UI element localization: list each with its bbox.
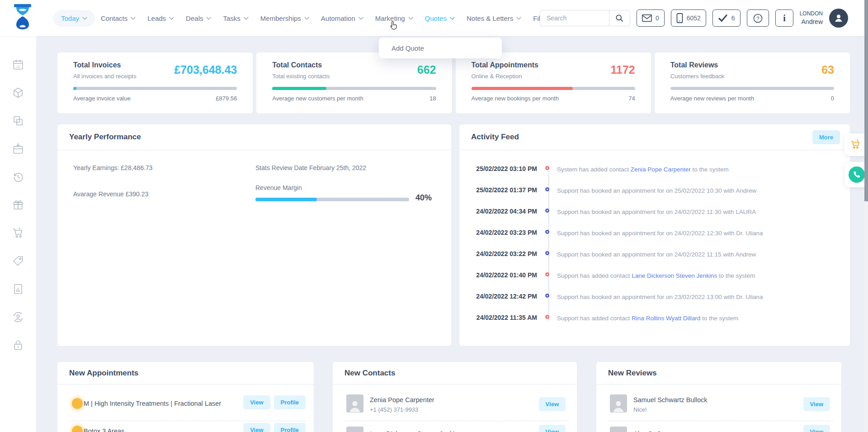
divider — [609, 421, 833, 421]
view-button[interactable]: View — [539, 397, 566, 411]
activity-text: Support has added contact Rina Rollins W… — [557, 315, 843, 322]
activity-timeline: 25/02/2022 03:10 PM System has added con… — [459, 164, 850, 334]
nav-item-deals[interactable]: Deals — [180, 10, 217, 27]
scrollbar-thumb[interactable] — [864, 0, 868, 201]
menu-item-add-quote[interactable]: Add Quote — [392, 44, 424, 52]
report-icon[interactable] — [12, 283, 24, 295]
progress-fill — [73, 87, 76, 90]
nav-item-contacts[interactable]: Contacts — [95, 10, 142, 27]
activity-text-prefix: Support has booked an appointment for on… — [557, 230, 763, 237]
activity-text-prefix: System has added contact — [557, 166, 631, 173]
user-avatar[interactable] — [829, 9, 848, 28]
panel-title: Activity Feed — [471, 133, 519, 142]
top-navigation-bar: Today Contacts Leads Deals Tasks Members… — [0, 0, 868, 36]
search-input[interactable] — [540, 14, 609, 22]
activity-entry: 25/02/2022 03:10 PM System has added con… — [459, 164, 850, 185]
phone-button[interactable]: 6052 — [671, 9, 706, 27]
stat-title: Total Reviews — [670, 61, 834, 69]
activity-time: 24/02/2022 01:40 PM — [459, 271, 537, 279]
svg-text:?: ? — [756, 15, 759, 21]
stats-review-date: Stats Review Date February 25th, 2022 — [255, 164, 366, 171]
cart-icon[interactable] — [12, 227, 24, 239]
topbar-actions: 0 6052 6 ? i — [540, 0, 848, 36]
cart-icon — [850, 139, 862, 151]
contact-link[interactable]: Lane Dickerson Steven Jenkins — [632, 272, 717, 279]
calendar-icon[interactable]: 12 — [12, 59, 24, 71]
user-info: LONDON Andrew — [800, 10, 823, 26]
activity-entry: 24/02/2022 04:34 PM Support has booked a… — [459, 207, 850, 228]
nav-item-automation[interactable]: Automation — [315, 10, 369, 27]
activity-text-prefix: Support has added contact — [557, 315, 632, 322]
nav-item-leads[interactable]: Leads — [142, 10, 180, 27]
panel-header: New Reviews — [596, 362, 841, 385]
chevron-down-icon — [206, 17, 211, 20]
progress-bar — [670, 87, 834, 90]
activity-text-prefix: Support has booked an appointment for on… — [557, 294, 763, 300]
stat-footer-label: Average new reviews per month — [670, 95, 754, 102]
reviewer-name: Samuel Schwartz Bullock — [633, 396, 708, 404]
contact-link[interactable]: Zenia Pope Carpenter — [631, 166, 691, 173]
user-location: LONDON — [800, 10, 823, 17]
person-icon — [833, 13, 844, 24]
tasks-button[interactable]: 6 — [712, 9, 741, 27]
history-icon[interactable] — [12, 171, 24, 183]
activity-text-suffix: to the system — [691, 166, 729, 173]
price-tag-icon[interactable] — [12, 255, 24, 267]
progress-bar — [73, 87, 237, 90]
info-button[interactable]: i — [775, 9, 793, 27]
duplicate-windows-icon[interactable] — [12, 115, 24, 127]
contact-link[interactable]: Rina Rollins Wyatt Dillard — [632, 315, 700, 322]
activity-time: 24/02/2022 04:34 PM — [459, 208, 537, 215]
revenue-margin-label: Revenue Margin — [255, 184, 302, 191]
profile-button[interactable]: Profile — [274, 423, 306, 432]
view-button[interactable]: View — [803, 425, 830, 432]
panel-header: New Contacts — [333, 362, 577, 385]
activity-text: Support has booked an appointment for on… — [557, 209, 843, 215]
help-button[interactable]: ? — [747, 9, 769, 27]
mail-button[interactable]: 0 — [637, 9, 665, 27]
gift-icon[interactable] — [12, 199, 24, 211]
nav-item-memberships[interactable]: Memberships — [255, 10, 315, 27]
activity-time: 25/02/2022 01:37 PM — [459, 186, 537, 194]
nav-item-notes-letters[interactable]: Notes & Letters — [461, 10, 527, 27]
stat-card-total-appointments: Total Appointments Online & Reception 11… — [456, 52, 651, 114]
yearly-earnings: Yearly Earnings: £28,486.73 — [73, 164, 152, 171]
profile-button[interactable]: Profile — [274, 395, 306, 409]
activity-text: Support has booked an appointment for on… — [557, 251, 843, 258]
stat-footer-label: Average new customers per month — [272, 95, 363, 102]
activity-text-prefix: Support has booked an appointment for on… — [557, 209, 756, 215]
mobile-phone-icon — [676, 13, 683, 23]
chevron-down-icon — [359, 17, 363, 20]
view-button[interactable]: View — [243, 395, 270, 409]
view-button[interactable]: View — [539, 425, 566, 432]
more-button[interactable]: More — [812, 130, 840, 144]
view-button[interactable]: View — [243, 423, 270, 432]
calendar-import-icon[interactable] — [12, 143, 24, 155]
stat-card-total-reviews: Total Reviews Customers feedback 63 Aver… — [655, 52, 850, 114]
activity-entry: 24/02/2022 03:23 PM Support has booked a… — [459, 228, 850, 249]
divider — [345, 421, 569, 421]
stat-value: 63 — [821, 63, 834, 76]
chevron-down-icon — [82, 17, 87, 20]
search-box — [540, 10, 630, 26]
app-logo[interactable] — [11, 4, 34, 32]
contact-name: Lane Dickerson Steven Jenkins — [370, 430, 462, 432]
timeline-marker — [545, 230, 549, 234]
nav-item-today[interactable]: Today — [53, 10, 95, 27]
user-name: Andrew — [800, 18, 823, 26]
stat-footer: Average new customers per month 18 — [272, 95, 436, 102]
account-sync-icon[interactable] — [12, 311, 24, 323]
avatar — [610, 427, 627, 432]
stat-card-total-contacts: Total Contacts Total existing contacts 6… — [256, 52, 452, 114]
contact-phone: +1 (452) 371-9933 — [370, 406, 418, 413]
view-button[interactable]: View — [803, 397, 830, 411]
lock-icon[interactable] — [12, 339, 24, 351]
search-button[interactable] — [609, 10, 630, 26]
chevron-down-icon — [244, 17, 249, 20]
package-icon[interactable] — [12, 87, 24, 99]
svg-text:i: i — [783, 13, 786, 23]
nav-item-tasks[interactable]: Tasks — [217, 10, 254, 27]
timeline-marker — [545, 251, 549, 255]
nav-item-quotes[interactable]: Quotes — [419, 10, 461, 27]
appointment-label: Botox 3 Areas — [84, 427, 124, 432]
